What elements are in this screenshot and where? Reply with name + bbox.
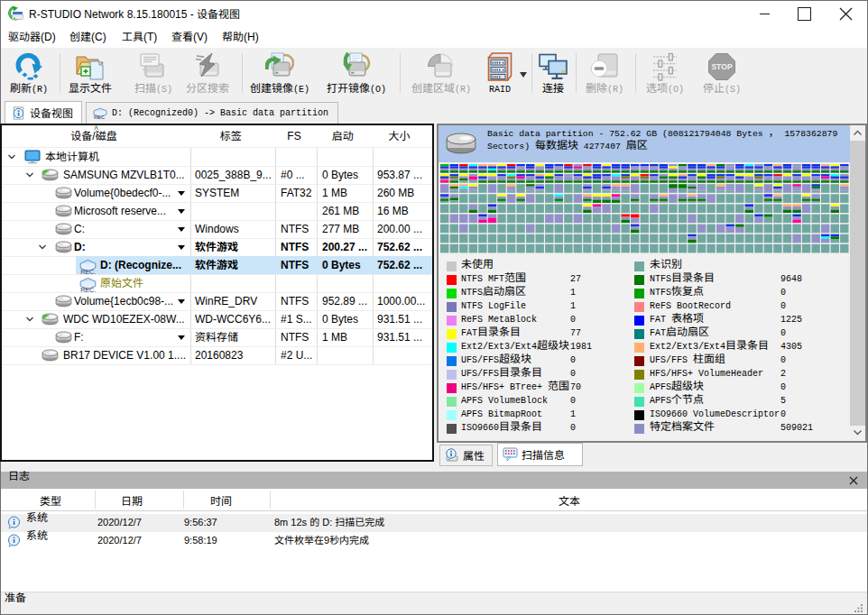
svg-text:STOP: STOP [711,62,733,71]
svg-text:REC.: REC. [94,115,106,119]
